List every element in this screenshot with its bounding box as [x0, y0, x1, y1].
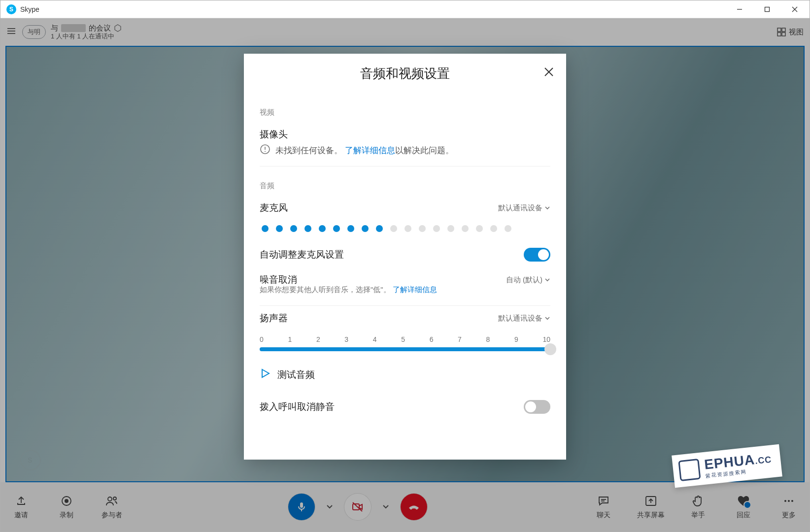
noise-desc: 如果你想要其他人听到音乐，选择"低"。 了解详细信息	[260, 285, 550, 306]
play-icon	[260, 368, 270, 381]
camera-error-tail: 以解决此问题。	[395, 146, 454, 155]
menu-icon[interactable]	[6, 26, 16, 38]
slider-thumb[interactable]	[544, 343, 556, 355]
test-audio-button[interactable]: 测试音频	[260, 368, 550, 381]
share-label: 共享屏幕	[637, 511, 665, 520]
audio-section-label: 音频	[260, 181, 550, 191]
unmute-dialin-label: 拨入呼叫取消静音	[260, 400, 335, 413]
camera-options-chevron[interactable]	[380, 501, 392, 513]
slider-tick-label: 8	[486, 335, 490, 343]
more-label: 更多	[782, 511, 796, 520]
svg-rect-9	[782, 28, 785, 32]
self-view-badge[interactable]: S	[20, 450, 41, 470]
view-button[interactable]: 视图	[777, 28, 804, 37]
mic-level-dot	[490, 225, 497, 232]
modal-header: 音频和视频设置	[244, 54, 566, 93]
svg-rect-17	[300, 502, 303, 508]
chevron-down-icon	[544, 315, 550, 321]
modal-title: 音频和视频设置	[360, 65, 450, 82]
auto-mic-toggle[interactable]	[524, 248, 550, 262]
mic-level-dot	[390, 225, 397, 232]
mic-label: 麦克风	[260, 201, 288, 214]
raise-hand-button[interactable]: 举手	[686, 494, 710, 520]
mic-level-dot	[405, 225, 411, 232]
noise-cancel-label: 噪音取消	[260, 273, 297, 286]
chat-button[interactable]: 聊天	[592, 494, 615, 520]
svg-rect-1	[765, 7, 770, 11]
chevron-down-icon	[544, 277, 550, 283]
slider-tick-label: 0	[260, 335, 264, 343]
mic-toggle-button[interactable]	[288, 494, 315, 520]
speaker-device-value: 默认通讯设备	[498, 314, 542, 323]
speaker-slider-ticks: 012345678910	[260, 335, 550, 343]
svg-rect-8	[777, 28, 781, 32]
participants-label: 参与者	[101, 511, 122, 520]
noise-cancel-dropdown[interactable]: 自动 (默认)	[506, 275, 550, 285]
mic-level-dot	[333, 225, 340, 232]
speaker-volume-slider[interactable]	[260, 347, 550, 351]
invite-label: 邀请	[14, 511, 28, 520]
record-button[interactable]: 录制	[55, 494, 78, 520]
speaker-device-dropdown[interactable]: 默认通讯设备	[498, 314, 550, 323]
mic-level-dot	[476, 225, 483, 232]
avatar-pill[interactable]: 与明	[22, 25, 46, 39]
svg-point-14	[65, 499, 68, 503]
svg-marker-7	[115, 25, 121, 32]
test-audio-label: 测试音频	[277, 368, 315, 381]
header-title-suffix: 的会议	[89, 23, 111, 33]
minimize-button[interactable]	[726, 0, 753, 18]
unmute-dialin-toggle[interactable]	[524, 400, 550, 414]
mic-device-value: 默认通讯设备	[498, 203, 542, 213]
video-section-label: 视频	[260, 108, 550, 117]
mic-level-dot	[447, 225, 454, 232]
modal-body[interactable]: 视频 摄像头 未找到任何设备。 了解详细信息以解决此问题。 音频 麦克风 默认通…	[244, 93, 566, 460]
mic-level-dot	[262, 225, 269, 232]
noise-desc-link[interactable]: 了解详细信息	[393, 285, 437, 294]
react-button[interactable]: 回应	[732, 494, 755, 520]
hangup-button[interactable]	[401, 494, 427, 520]
mic-level-dot	[433, 225, 440, 232]
modal-close-button[interactable]	[543, 66, 554, 79]
share-screen-button[interactable]: 共享屏幕	[637, 494, 665, 520]
watermark-icon	[678, 459, 701, 481]
av-settings-modal: 音频和视频设置 视频 摄像头 未找到任何设备。 了解详细信息以解决此问题。 音频…	[244, 54, 566, 460]
speaker-label: 扬声器	[260, 312, 288, 325]
close-window-button[interactable]	[781, 0, 809, 18]
maximize-button[interactable]	[753, 0, 781, 18]
slider-tick-label: 5	[401, 335, 405, 343]
mic-options-chevron[interactable]	[324, 501, 336, 513]
svg-point-16	[113, 497, 116, 500]
slider-tick-label: 1	[288, 335, 292, 343]
call-controls-bar: 邀请 录制 参与者	[0, 482, 810, 532]
mic-level-dot	[505, 225, 511, 232]
mic-level-dot	[362, 225, 369, 232]
mic-level-dot	[304, 225, 311, 232]
svg-point-24	[784, 500, 786, 502]
upload-icon	[14, 494, 28, 508]
edit-badge-icon	[743, 501, 751, 509]
camera-label: 摄像头	[260, 128, 288, 141]
mic-level-dot	[347, 225, 354, 232]
svg-rect-11	[782, 33, 785, 36]
auto-mic-label: 自动调整麦克风设置	[260, 248, 344, 261]
camera-toggle-button[interactable]	[344, 494, 371, 520]
mic-device-dropdown[interactable]: 默认通讯设备	[498, 203, 550, 213]
people-icon	[105, 494, 119, 508]
hand-icon	[691, 494, 705, 508]
chat-label: 聊天	[597, 511, 610, 520]
invite-button[interactable]: 邀请	[9, 494, 33, 520]
record-icon	[60, 494, 73, 508]
camera-error-link[interactable]: 了解详细信息	[345, 146, 395, 155]
react-label: 回应	[737, 511, 750, 520]
svg-point-31	[265, 151, 266, 152]
more-button[interactable]: 更多	[777, 494, 801, 520]
mic-level-dot	[419, 225, 426, 232]
slider-tick-label: 3	[344, 335, 348, 343]
alert-circle-icon	[260, 144, 270, 157]
mic-level-meter	[260, 220, 550, 242]
header-title-prefix: 与	[51, 23, 58, 33]
header-subtitle: 1 人中有 1 人在通话中	[51, 33, 122, 41]
slider-tick-label: 9	[514, 335, 518, 343]
app-name: Skype	[20, 5, 726, 13]
participants-button[interactable]: 参与者	[100, 494, 124, 520]
